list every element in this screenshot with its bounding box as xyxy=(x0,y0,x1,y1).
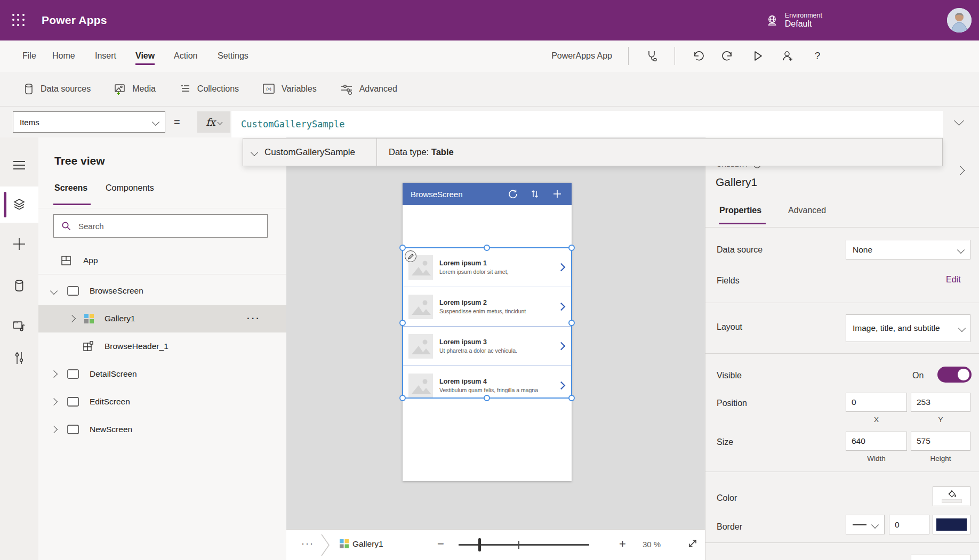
zoom-out-icon[interactable]: − xyxy=(437,537,444,551)
menu-action[interactable]: Action xyxy=(174,40,197,71)
share-user-icon[interactable] xyxy=(781,49,795,63)
tree-item-editscreen[interactable]: EditScreen xyxy=(38,388,286,416)
menu-insert[interactable]: Insert xyxy=(95,40,116,71)
collapse-panel-chevron-icon[interactable] xyxy=(956,166,965,175)
sort-icon[interactable] xyxy=(529,189,540,199)
zoom-slider[interactable] xyxy=(459,544,589,546)
undo-icon[interactable] xyxy=(691,49,705,63)
rail-insert-icon[interactable] xyxy=(0,229,38,259)
tree-item-browsescreen[interactable]: BrowseScreen xyxy=(38,277,286,305)
position-x-input[interactable] xyxy=(846,393,907,412)
refresh-icon[interactable] xyxy=(508,189,518,199)
formula-expand-chevron-icon[interactable] xyxy=(954,116,964,125)
search-input[interactable] xyxy=(77,221,260,231)
fx-label: fx xyxy=(206,116,215,128)
size-height-input[interactable] xyxy=(911,432,970,451)
layout-select[interactable]: Image, title, and subtitle xyxy=(846,314,970,342)
resize-handle-top-center[interactable] xyxy=(484,245,490,251)
tree-view-title: Tree view xyxy=(54,155,105,167)
chevron-right-icon[interactable] xyxy=(50,370,58,378)
size-width-input[interactable] xyxy=(846,432,907,451)
status-more-icon[interactable]: ··· xyxy=(301,538,314,549)
gallery-item[interactable]: Lorem ipsum 1 Lorem ipsum dolor sit amet… xyxy=(403,248,572,287)
redo-icon[interactable] xyxy=(721,49,735,63)
toolbar-variables[interactable]: (x) Variables xyxy=(262,83,317,95)
color-fill-button[interactable] xyxy=(933,486,970,506)
status-selected-control[interactable]: Gallery1 xyxy=(352,539,383,549)
gallery-item[interactable]: Lorem ipsum 4 Vestibulum quam felis, fri… xyxy=(403,366,572,398)
menu-home[interactable]: Home xyxy=(52,40,75,71)
rail-tree-view-icon[interactable] xyxy=(0,186,38,223)
tree-item-browseheader[interactable]: BrowseHeader_1 xyxy=(38,332,286,360)
toolbar-data-sources[interactable]: Data sources xyxy=(23,83,91,95)
resize-handle-top-right[interactable] xyxy=(568,245,575,251)
tab-properties[interactable]: Properties xyxy=(719,206,761,215)
rail-hamburger-icon[interactable] xyxy=(0,150,38,180)
chevron-down-icon xyxy=(251,148,258,156)
gallery-item[interactable]: Lorem ipsum 2 Suspendisse enim metus, ti… xyxy=(403,287,572,327)
resize-handle-bottom-center[interactable] xyxy=(484,395,490,401)
item-chevron-right-icon[interactable] xyxy=(557,382,566,390)
chevron-right-icon[interactable] xyxy=(68,315,76,322)
fields-edit-link[interactable]: Edit xyxy=(946,275,961,285)
toolbar-advanced[interactable]: Advanced xyxy=(340,83,397,95)
chevron-down-icon xyxy=(958,324,966,332)
fullscreen-icon[interactable] xyxy=(687,538,698,549)
list-icon xyxy=(179,84,191,94)
help-icon[interactable]: ? xyxy=(811,49,824,63)
menu-view[interactable]: View xyxy=(135,40,155,71)
resize-handle-bottom-right[interactable] xyxy=(568,395,575,401)
toolbar-collections[interactable]: Collections xyxy=(179,84,239,94)
edit-gallery-pencil-icon[interactable] xyxy=(405,250,416,262)
border-width-input[interactable] xyxy=(889,515,929,534)
formula-autocomplete: CustomGallerySample Data type: Table xyxy=(243,138,943,166)
zoom-slider-thumb[interactable] xyxy=(478,538,481,551)
formula-input[interactable]: CustomGallerySample xyxy=(231,111,943,137)
environment-picker[interactable]: Environment Default xyxy=(766,12,822,29)
tab-screens[interactable]: Screens xyxy=(54,183,87,193)
add-icon[interactable] xyxy=(552,189,563,199)
tab-advanced[interactable]: Advanced xyxy=(788,206,826,215)
visible-toggle[interactable] xyxy=(937,367,972,383)
tree-item-app[interactable]: App xyxy=(38,249,286,272)
chevron-right-icon[interactable] xyxy=(50,426,58,433)
layout-label: Layout xyxy=(717,322,742,332)
chevron-down-icon xyxy=(871,521,879,528)
position-y-input[interactable] xyxy=(911,393,970,412)
tree-item-detailscreen[interactable]: DetailScreen xyxy=(38,360,286,388)
resize-handle-top-left[interactable] xyxy=(399,245,406,251)
tree-item-newscreen[interactable]: NewScreen xyxy=(38,416,286,443)
app-checker-icon[interactable] xyxy=(645,49,659,63)
toolbar-media[interactable]: Media xyxy=(114,83,156,95)
rail-data-icon[interactable] xyxy=(0,271,38,301)
tab-components[interactable]: Components xyxy=(106,183,154,193)
gallery-control[interactable]: Lorem ipsum 1 Lorem ipsum dolor sit amet… xyxy=(403,248,572,398)
data-source-select[interactable]: None xyxy=(846,240,970,259)
avatar[interactable] xyxy=(947,8,972,33)
menu-settings[interactable]: Settings xyxy=(218,40,248,71)
menu-file[interactable]: File xyxy=(22,40,36,71)
item-chevron-right-icon[interactable] xyxy=(557,342,566,351)
design-canvas[interactable]: BrowseScreen Lorem xyxy=(286,137,705,560)
play-preview-icon[interactable] xyxy=(751,49,765,63)
item-chevron-right-icon[interactable] xyxy=(557,263,566,272)
rail-media-icon[interactable] xyxy=(0,311,38,341)
zoom-in-icon[interactable]: + xyxy=(619,537,626,551)
resize-handle-bottom-left[interactable] xyxy=(399,395,406,401)
chevron-right-icon[interactable] xyxy=(50,398,58,405)
fx-button[interactable]: fx xyxy=(197,111,230,133)
waffle-menu-icon[interactable] xyxy=(11,12,27,28)
autocomplete-suggestion[interactable]: CustomGallerySample xyxy=(243,147,376,158)
tree-item-gallery1[interactable]: Gallery1 ··· xyxy=(38,305,286,332)
rail-advanced-tools-icon[interactable] xyxy=(0,343,38,373)
resize-handle-mid-left[interactable] xyxy=(399,320,406,326)
resize-handle-mid-right[interactable] xyxy=(568,320,575,326)
phone-screen-header[interactable]: BrowseScreen xyxy=(403,183,572,205)
row-more-menu-icon[interactable]: ··· xyxy=(247,313,261,324)
border-style-select[interactable] xyxy=(846,515,885,534)
chevron-down-icon[interactable] xyxy=(50,287,58,295)
property-selector[interactable]: Items xyxy=(13,111,165,133)
gallery-item[interactable]: Lorem ipsum 3 Ut pharetra a dolor ac veh… xyxy=(403,327,572,366)
border-color-swatch[interactable] xyxy=(933,515,970,534)
item-chevron-right-icon[interactable] xyxy=(557,303,566,311)
